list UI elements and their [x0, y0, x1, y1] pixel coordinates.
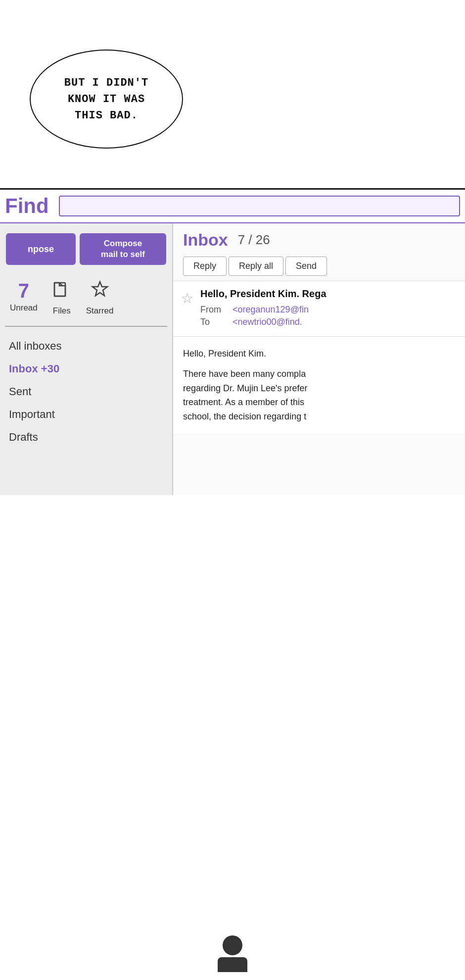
email-panel: Find npose Compose mail to self 7 Unread [0, 188, 465, 502]
find-logo: Find [5, 194, 49, 218]
nav-list: All inboxes Inbox +30 Sent Important Dra… [0, 335, 172, 449]
sidebar: npose Compose mail to self 7 Unread [0, 223, 173, 501]
email-to: To <newtrio00@find. [200, 317, 326, 327]
svg-marker-1 [93, 282, 107, 296]
sidebar-divider [5, 326, 167, 327]
inbox-count: 7 / 26 [238, 232, 270, 248]
nav-inbox-label: Inbox [9, 362, 38, 375]
speech-bubble-text: BUT I DIDN'T KNOW IT WAS THIS BAD. [64, 75, 148, 124]
email-body-text: There have been many compla regarding Dr… [183, 367, 455, 424]
figure-body [218, 957, 247, 972]
unread-stat[interactable]: 7 Unread [10, 280, 38, 313]
from-label: From [200, 305, 230, 315]
email-subject: Hello, President Kim. Rega [200, 288, 326, 300]
nav-all-inboxes[interactable]: All inboxes [7, 335, 165, 358]
unread-count: 7 [18, 280, 29, 302]
email-greeting: Hello, President Kim. [183, 347, 455, 361]
speech-bubble-container: BUT I DIDN'T KNOW IT WAS THIS BAD. [30, 50, 208, 158]
compose-buttons-area: npose Compose mail to self [0, 233, 172, 275]
search-box[interactable] [59, 196, 460, 216]
reply-all-button[interactable]: Reply all [229, 257, 283, 276]
email-content: Inbox 7 / 26 Reply Reply all Send ☆ Hell… [173, 223, 465, 501]
figure-head [223, 935, 242, 955]
bottom-figure [213, 935, 252, 965]
inbox-header: Inbox 7 / 26 [173, 223, 465, 255]
main-layout: npose Compose mail to self 7 Unread [0, 223, 465, 501]
files-label: Files [53, 306, 71, 316]
quick-stats: 7 Unread Files [0, 275, 172, 326]
email-star-icon[interactable]: ☆ [181, 290, 193, 307]
files-icon [52, 280, 71, 303]
speech-bubble: BUT I DIDN'T KNOW IT WAS THIS BAD. [30, 50, 183, 149]
top-bar: Find [0, 190, 465, 223]
to-label: To [200, 317, 230, 327]
inbox-title: Inbox [183, 230, 228, 250]
files-stat[interactable]: Files [52, 280, 71, 316]
compose-self-button[interactable]: Compose mail to self [80, 233, 166, 265]
nav-inbox[interactable]: Inbox +30 [7, 358, 165, 380]
from-value: <oreganun129@fin [232, 305, 309, 314]
nav-inbox-badge: +30 [41, 362, 59, 375]
reply-button[interactable]: Reply [183, 257, 227, 276]
email-details: Hello, President Kim. Rega From <oreganu… [200, 288, 326, 329]
nav-drafts[interactable]: Drafts [7, 426, 165, 449]
email-item: ☆ Hello, President Kim. Rega From <orega… [173, 281, 465, 336]
email-from: From <oreganun129@fin [200, 305, 326, 315]
send-button[interactable]: Send [285, 257, 327, 276]
bottom-area [0, 495, 465, 980]
email-body: Hello, President Kim. There have been ma… [173, 336, 465, 434]
starred-label: Starred [86, 306, 114, 316]
compose-button[interactable]: npose [6, 233, 76, 265]
star-icon [91, 280, 109, 303]
action-buttons: Reply Reply all Send [173, 255, 465, 281]
nav-sent[interactable]: Sent [7, 380, 165, 403]
starred-stat[interactable]: Starred [86, 280, 114, 316]
to-value: <newtrio00@find. [232, 317, 302, 327]
unread-label: Unread [10, 303, 38, 313]
nav-important[interactable]: Important [7, 403, 165, 426]
